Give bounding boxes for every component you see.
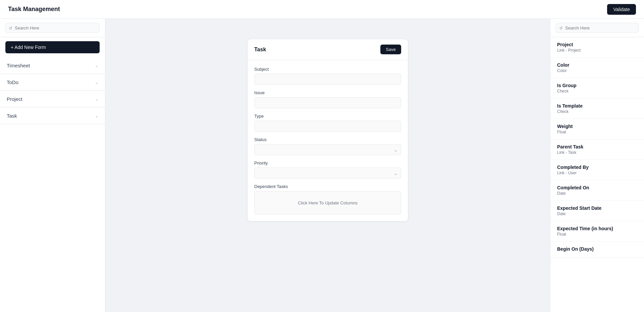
right-item-name-is_template: Is Template (557, 103, 637, 109)
sidebar-item-project[interactable]: Project⌄ (0, 91, 105, 108)
form-card-header: Task Save (248, 39, 408, 60)
right-item-expected_time[interactable]: Expected Time (in hours) Float (550, 221, 644, 242)
right-item-type-completed_by: Link - User (557, 171, 637, 175)
right-item-name-color: Color (557, 62, 637, 68)
right-item-name-completed_by: Completed By (557, 165, 637, 170)
right-search-icon: ☌ (559, 25, 562, 30)
main-layout: ☌ + Add New Form Timesheet⌄ToDo⌄Project⌄… (0, 19, 644, 312)
sidebar-item-todo[interactable]: ToDo⌄ (0, 74, 105, 91)
right-item-name-parent_task: Parent Task (557, 144, 637, 149)
left-search-input-box[interactable]: ☌ (5, 23, 100, 33)
center-content: Task Save SubjectIssueTypeStatusPriority… (105, 19, 550, 312)
form-select-priority[interactable] (254, 168, 401, 179)
right-item-name-weight: Weight (557, 124, 637, 129)
right-item-type-expected_start_date: Date (557, 211, 637, 216)
header: Task Management Validate (0, 0, 644, 19)
sidebar-item-task[interactable]: Task⌄ (0, 108, 105, 124)
save-button[interactable]: Save (380, 45, 401, 54)
chevron-down-icon: ⌄ (95, 63, 98, 68)
right-item-weight[interactable]: Weight Float (550, 119, 644, 139)
right-item-is_group[interactable]: Is Group Check (550, 78, 644, 99)
right-item-type-color: Color (557, 68, 637, 73)
right-item-begin_on_days[interactable]: Begin On (Days) (550, 242, 644, 257)
page-title: Task Management (8, 6, 60, 13)
sidebar-item-label: Project (7, 96, 22, 102)
right-item-completed_on[interactable]: Completed On Date (550, 180, 644, 201)
form-input-type[interactable] (254, 121, 401, 132)
validate-button[interactable]: Validate (607, 4, 636, 15)
form-field-dependent_tasks: Dependent TasksClick Here To Update Colu… (254, 184, 401, 214)
chevron-down-icon: ⌄ (95, 114, 98, 118)
form-label-status: Status (254, 137, 401, 142)
form-card-title: Task (254, 47, 266, 53)
right-sidebar-search-wrapper: ☌ (550, 19, 644, 37)
form-select-wrapper-priority (254, 168, 401, 179)
right-item-type-weight: Float (557, 130, 637, 134)
form-select-status[interactable] (254, 144, 401, 155)
right-item-type-is_group: Check (557, 89, 637, 93)
right-item-color[interactable]: Color Color (550, 58, 644, 78)
right-item-name-begin_on_days: Begin On (Days) (557, 246, 637, 252)
right-search-input-box[interactable]: ☌ (556, 23, 639, 33)
right-search-input[interactable] (565, 25, 635, 30)
right-item-expected_start_date[interactable]: Expected Start Date Date (550, 201, 644, 221)
form-label-issue: Issue (254, 90, 401, 95)
dependent-tasks-box[interactable]: Click Here To Update Columns (254, 191, 401, 214)
left-search-input[interactable] (15, 25, 96, 30)
left-sidebar: ☌ + Add New Form Timesheet⌄ToDo⌄Project⌄… (0, 19, 105, 312)
form-field-type: Type (254, 114, 401, 132)
sidebar-item-label: Timesheet (7, 63, 30, 68)
right-item-parent_task[interactable]: Parent Task Link - Task (550, 139, 644, 160)
right-item-is_template[interactable]: Is Template Check (550, 99, 644, 119)
right-item-project[interactable]: Project Link - Project (550, 37, 644, 58)
form-field-subject: Subject (254, 67, 401, 85)
form-label-subject: Subject (254, 67, 401, 72)
right-item-type-parent_task: Link - Task (557, 150, 637, 155)
sidebar-item-timesheet[interactable]: Timesheet⌄ (0, 57, 105, 74)
left-sidebar-search-wrapper: ☌ (0, 19, 105, 37)
form-field-issue: Issue (254, 90, 401, 108)
right-sidebar: ☌ Project Link - Project Color Color Is … (550, 19, 644, 312)
sidebar-item-label: ToDo (7, 79, 18, 85)
form-input-issue[interactable] (254, 97, 401, 108)
add-new-form-button[interactable]: + Add New Form (5, 41, 100, 53)
form-label-dependent_tasks: Dependent Tasks (254, 184, 401, 189)
form-select-wrapper-status (254, 144, 401, 155)
form-field-priority: Priority (254, 161, 401, 179)
right-item-name-project: Project (557, 42, 637, 47)
right-item-name-completed_on: Completed On (557, 185, 637, 190)
form-label-priority: Priority (254, 161, 401, 166)
form-card: Task Save SubjectIssueTypeStatusPriority… (247, 39, 408, 222)
search-icon: ☌ (9, 25, 12, 30)
sidebar-item-label: Task (7, 113, 17, 119)
right-item-type-is_template: Check (557, 109, 637, 114)
dependent-tasks-label: Click Here To Update Columns (298, 200, 358, 205)
form-body: SubjectIssueTypeStatusPriorityDependent … (248, 60, 408, 221)
form-label-type: Type (254, 114, 401, 119)
right-item-name-expected_time: Expected Time (in hours) (557, 226, 637, 231)
form-field-status: Status (254, 137, 401, 155)
right-item-completed_by[interactable]: Completed By Link - User (550, 160, 644, 180)
nav-items-list: Timesheet⌄ToDo⌄Project⌄Task⌄ (0, 57, 105, 312)
right-item-type-expected_time: Float (557, 232, 637, 237)
right-sidebar-items-list: Project Link - Project Color Color Is Gr… (550, 37, 644, 312)
right-item-name-is_group: Is Group (557, 83, 637, 88)
right-item-name-expected_start_date: Expected Start Date (557, 205, 637, 211)
form-input-subject[interactable] (254, 74, 401, 85)
chevron-down-icon: ⌄ (95, 97, 98, 102)
right-item-type-project: Link - Project (557, 48, 637, 53)
chevron-down-icon: ⌄ (95, 80, 98, 85)
right-item-type-completed_on: Date (557, 191, 637, 196)
